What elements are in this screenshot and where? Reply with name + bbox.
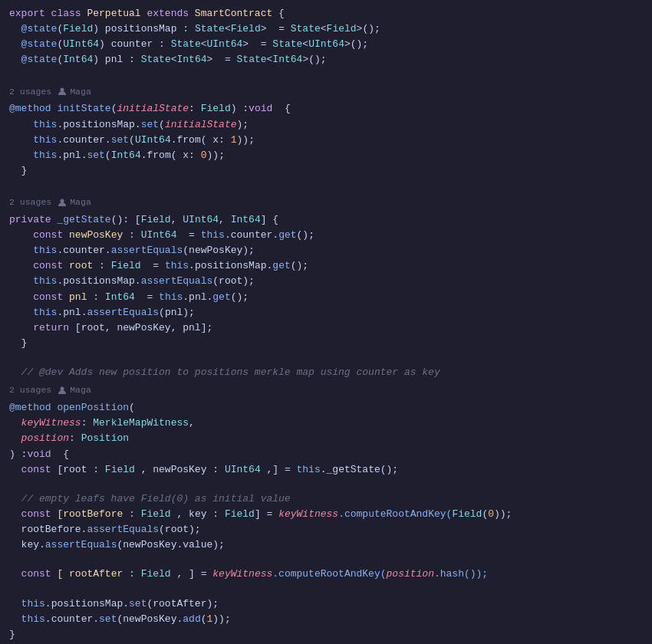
code-container: export class Perpetual extends SmartCont… [0,0,652,644]
code-token: keyWitness [21,416,81,431]
code-token: = [135,290,159,305]
code-token: position [387,567,434,582]
code-token [9,596,21,612]
code-token: keyWitness [212,567,272,582]
code-token: .positionsMap. [45,596,129,612]
code-token: @method [9,400,57,416]
code-token: , ] = [171,567,213,582]
code-token: void [27,447,51,462]
code-token: set [111,133,129,148]
code-token [9,258,33,274]
code-token: pnl [105,52,123,67]
code-token: @method [9,101,57,117]
empty-line [0,179,652,192]
code-token: , [219,212,231,228]
code-line: this.counter.set(UInt64.from( x: 1)); [0,133,652,148]
code-token: .positionsMap. [57,117,140,133]
code-token: position [21,431,69,446]
code-token: class [51,6,87,21]
code-line: this.counter.set(newPosKey.add(1)); [0,612,652,627]
code-token: (rootAfter); [147,596,219,612]
code-line: @method initState(initialState: Field) :… [0,101,652,117]
code-token: .positionsMap. [189,258,272,274]
code-token: , [189,416,195,431]
code-token: (newPosKey); [183,243,255,258]
person-icon [58,386,67,395]
code-line: keyWitness: MerkleMapWitness, [0,416,652,431]
code-token: this [159,290,183,305]
code-token: UInt64 [207,37,243,52]
code-token: ) : [231,101,249,117]
code-token: MerkleMapWitness [93,416,189,431]
code-token [9,507,21,522]
code-token: .counter. [225,228,278,243]
code-line: // empty leafs have Field(0) as initial … [0,491,652,507]
code-token: keyWitness [278,507,338,522]
code-token: Field [141,507,171,522]
code-token: void [249,101,272,117]
code-token: (pnl); [159,305,195,320]
code-token [9,416,21,431]
empty-line [0,68,652,82]
code-token: : [212,507,225,522]
code-token: (newPosKey. [117,612,183,627]
code-token [9,305,33,320]
code-token: : [153,37,170,52]
code-token: Int64 [272,52,302,67]
code-token: UInt64 [183,212,219,228]
code-token: this [33,133,57,148]
code-token: : [212,462,225,478]
code-token: const [33,258,69,274]
code-token: : [69,431,81,446]
code-token: { [51,447,69,462]
code-line: this.pnl.set(Int64.from( x: 0)); [0,148,652,163]
code-line: position: Position [0,431,652,446]
code-token: : [81,416,94,431]
code-token: )); [494,507,512,522]
code-token: )); [207,148,225,163]
code-token: get [278,228,296,243]
code-token [9,148,33,163]
code-token: set [141,117,159,133]
svg-point-2 [61,387,64,391]
code-token: (); [297,228,314,243]
author-label: Maga [58,85,91,99]
author-name: Maga [70,85,91,99]
code-token: .from( [141,148,177,163]
code-line: this.positionsMap.set(initialState); [0,117,652,133]
code-token: : [87,290,104,305]
usages-count[interactable]: 2 usages [9,196,51,209]
code-token: initialState [165,117,237,133]
code-token: >(); [344,37,368,52]
code-line: // @dev Adds new position to positions m… [0,365,652,380]
code-line: } [0,627,652,642]
code-token: const [21,507,58,522]
code-token: State [272,37,302,52]
code-token: .counter. [45,612,99,627]
code-token: Field [111,258,141,274]
code-line: const [ rootAfter : Field , ] = keyWitne… [0,567,652,582]
code-token: ,] = [261,462,297,478]
person-icon [58,198,67,207]
code-token: ) : [9,447,27,462]
code-token: ( [201,612,207,627]
code-token: { [272,6,285,21]
code-token: Field [452,507,482,522]
code-token: Int64 [177,52,207,67]
code-token: // empty leafs have Field(0) as initial … [9,491,291,507]
code-token: 0 [488,507,494,522]
code-token: this [33,148,57,163]
code-line: this.counter.assertEquals(newPosKey); [0,243,652,258]
code-token: (); [291,258,308,274]
code-token: this [33,274,57,289]
code-token: ) [99,37,111,52]
code-token: > = [207,52,237,67]
code-token: ( [129,133,135,148]
author-name: Maga [70,383,91,397]
usages-count[interactable]: 2 usages [9,85,51,99]
code-token: @state [9,21,57,37]
code-token: openPosition [57,400,129,416]
code-token: this [297,462,321,478]
code-token: // @dev Adds new position to positions m… [9,365,440,380]
usages-count[interactable]: 2 usages [9,383,51,397]
